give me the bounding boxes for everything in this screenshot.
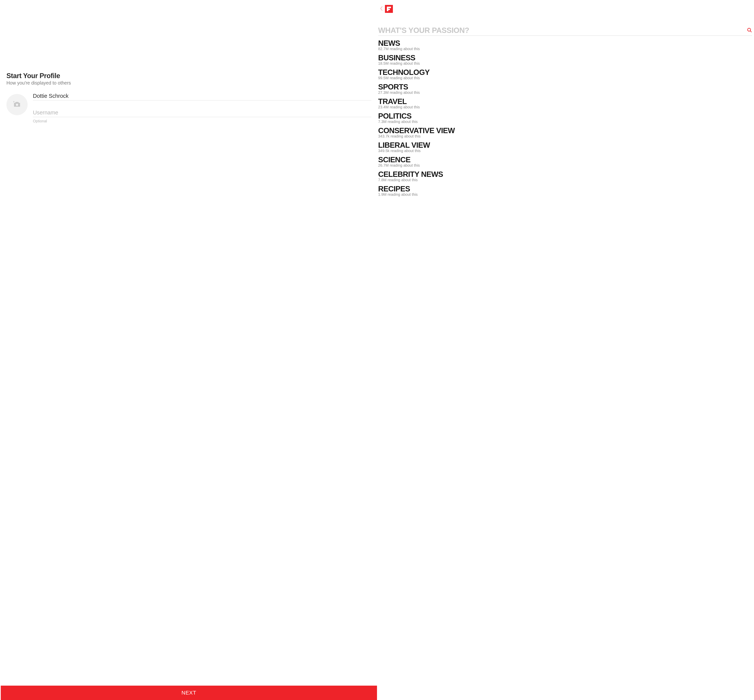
search-icon[interactable] xyxy=(747,27,752,33)
back-chevron-icon[interactable] xyxy=(380,6,383,12)
topic-subtitle: 23.4M reading about this xyxy=(378,105,752,109)
username-input[interactable] xyxy=(33,109,372,117)
topic-subtitle: 18.5M reading about this xyxy=(378,61,752,66)
brand-bar xyxy=(378,5,752,13)
topic-item[interactable]: TECHNOLOGY99.5M reading about this xyxy=(378,68,752,80)
topic-item[interactable]: TRAVEL23.4M reading about this xyxy=(378,97,752,109)
topic-title: CONSERVATIVE VIEW xyxy=(378,127,752,134)
topic-item[interactable]: LIBERAL VIEW349.5k reading about this xyxy=(378,141,752,153)
topic-item[interactable]: NEWS82.7M reading about this xyxy=(378,39,752,51)
profile-fields: Optional xyxy=(33,92,372,123)
topic-subtitle: 82.7M reading about this xyxy=(378,47,752,51)
topic-title: NEWS xyxy=(378,39,752,47)
topic-subtitle: 1.9M reading about this xyxy=(378,192,752,197)
display-name-field xyxy=(33,92,372,100)
username-field: Optional xyxy=(33,109,372,123)
topic-title: BUSINESS xyxy=(378,54,752,62)
passion-picker-pane: NEWS82.7M reading about thisBUSINESS18.5… xyxy=(377,0,754,700)
topic-title: LIBERAL VIEW xyxy=(378,141,752,149)
topic-title: TRAVEL xyxy=(378,97,752,105)
page-subtitle: How you're displayed to others xyxy=(6,80,372,86)
topic-subtitle: 27.3M reading about this xyxy=(378,91,752,95)
page-title: Start Your Profile xyxy=(6,72,372,80)
username-helper: Optional xyxy=(33,119,372,123)
topic-item[interactable]: BUSINESS18.5M reading about this xyxy=(378,54,752,66)
flipboard-logo-icon xyxy=(385,5,393,13)
topic-subtitle: 26.7M reading about this xyxy=(378,163,752,167)
topic-item[interactable]: CONSERVATIVE VIEW343.7k reading about th… xyxy=(378,127,752,139)
topic-title: CELEBRITY NEWS xyxy=(378,170,752,178)
topic-title: SPORTS xyxy=(378,83,752,91)
topic-subtitle: 343.7k reading about this xyxy=(378,134,752,139)
display-name-input[interactable] xyxy=(33,92,372,100)
profile-header: Start Your Profile How you're displayed … xyxy=(6,72,372,86)
topic-title: RECIPES xyxy=(378,185,752,193)
topic-item[interactable]: CELEBRITY NEWS7.8M reading about this xyxy=(378,170,752,182)
app-root: Start Your Profile How you're displayed … xyxy=(0,0,754,700)
svg-rect-2 xyxy=(13,102,14,102)
topic-subtitle: 349.5k reading about this xyxy=(378,148,752,153)
svg-line-4 xyxy=(750,31,752,32)
next-button[interactable]: NEXT xyxy=(1,686,377,700)
profile-setup-pane: Start Your Profile How you're displayed … xyxy=(0,0,377,700)
topic-subtitle: 7.3M reading about this xyxy=(378,120,752,124)
topic-subtitle: 7.8M reading about this xyxy=(378,178,752,182)
camera-add-icon xyxy=(13,101,21,108)
topic-title: SCIENCE xyxy=(378,156,752,164)
topic-item[interactable]: RECIPES1.9M reading about this xyxy=(378,185,752,197)
topic-item[interactable]: SPORTS27.3M reading about this xyxy=(378,83,752,95)
topic-title: POLITICS xyxy=(378,112,752,120)
profile-row: Optional xyxy=(6,95,372,123)
topic-subtitle: 99.5M reading about this xyxy=(378,76,752,80)
svg-point-3 xyxy=(748,28,751,31)
topic-title: TECHNOLOGY xyxy=(378,68,752,76)
passion-search-input[interactable] xyxy=(378,26,747,34)
svg-point-0 xyxy=(16,104,18,106)
topic-item[interactable]: POLITICS7.3M reading about this xyxy=(378,112,752,124)
passion-search-row xyxy=(378,26,752,36)
avatar-upload[interactable] xyxy=(6,94,28,115)
topic-item[interactable]: SCIENCE26.7M reading about this xyxy=(378,156,752,167)
topic-list: NEWS82.7M reading about thisBUSINESS18.5… xyxy=(378,39,752,197)
